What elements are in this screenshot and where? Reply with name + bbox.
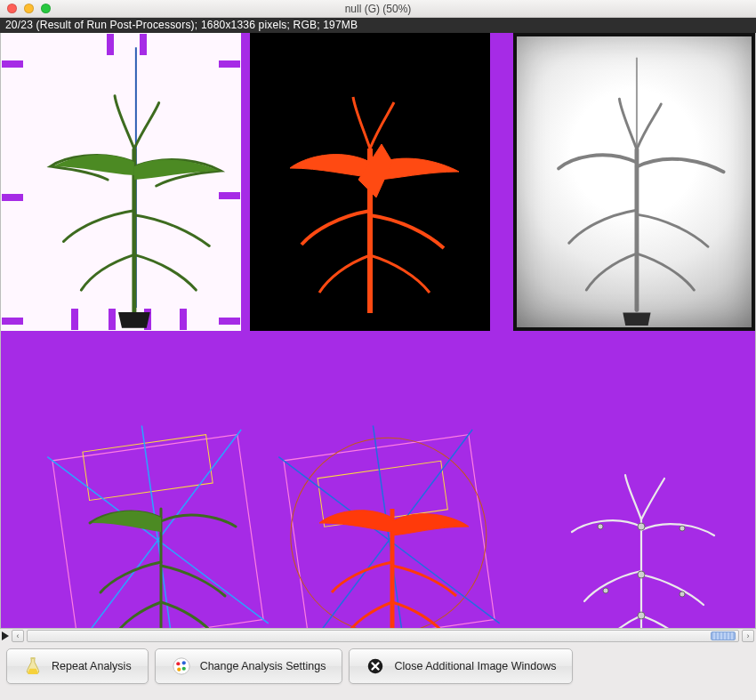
horizontal-scrollbar[interactable] [27, 630, 739, 642]
canvas[interactable] [1, 33, 755, 628]
svg-point-24 [176, 662, 180, 665]
original-analysis-overlay[interactable] [36, 420, 286, 629]
svg-point-25 [181, 661, 185, 664]
window-title: null (G) (50%) [0, 3, 756, 15]
flask-icon [23, 656, 43, 676]
svg-point-23 [173, 658, 189, 674]
plant-original-svg [2, 34, 240, 330]
window-titlebar: null (G) (50%) [0, 0, 756, 18]
plant-segmented-svg [250, 33, 490, 331]
svg-point-27 [177, 668, 181, 672]
chevron-right-icon: › [747, 632, 750, 640]
close-circle-icon [366, 656, 385, 676]
image-viewport[interactable] [0, 33, 756, 629]
panel-row-bottom [1, 340, 755, 628]
playback-scroll-row: ‹ › [0, 629, 756, 642]
play-icon[interactable] [2, 632, 9, 640]
scroll-left-button[interactable]: ‹ [12, 630, 24, 642]
change-settings-button[interactable]: Change Analysis Settings [155, 648, 343, 684]
action-button-bar: Repeat Analysis Change Analysis Settings… [0, 642, 756, 700]
svg-rect-22 [30, 657, 36, 659]
repeat-analysis-button[interactable]: Repeat Analysis [6, 648, 149, 684]
overlay-b-svg [268, 420, 517, 629]
color-palette-icon [172, 656, 191, 676]
skeleton-analysis-overlay[interactable] [526, 438, 756, 629]
svg-point-15 [638, 612, 645, 619]
status-text: 20/23 (Result of Run Post-Processors); 1… [5, 19, 358, 31]
segmented-analysis-overlay[interactable] [268, 420, 517, 629]
segmented-plant-panel[interactable] [250, 33, 490, 331]
svg-point-16 [598, 524, 603, 529]
original-plant-panel[interactable] [1, 33, 241, 331]
repeat-analysis-label: Repeat Analysis [52, 660, 132, 672]
svg-point-18 [603, 588, 608, 593]
overlay-c-svg [526, 438, 756, 629]
overlay-a-svg [36, 420, 286, 629]
svg-point-14 [638, 571, 645, 578]
image-status-bar: 20/23 (Result of Run Post-Processors); 1… [0, 18, 756, 33]
panel-row-top [1, 33, 755, 331]
svg-point-19 [680, 591, 685, 597]
chevron-left-icon: ‹ [17, 632, 20, 640]
close-windows-label: Close Additional Image Windows [394, 660, 556, 672]
svg-point-17 [680, 526, 685, 531]
svg-point-26 [181, 667, 185, 671]
change-settings-label: Change Analysis Settings [200, 660, 326, 672]
plant-grayscale-svg [517, 36, 752, 327]
grayscale-plant-panel[interactable] [513, 33, 755, 331]
close-windows-button[interactable]: Close Additional Image Windows [349, 648, 573, 684]
svg-point-13 [638, 523, 645, 530]
scrollbar-thumb[interactable] [711, 632, 736, 640]
scroll-right-button[interactable]: › [742, 630, 754, 642]
